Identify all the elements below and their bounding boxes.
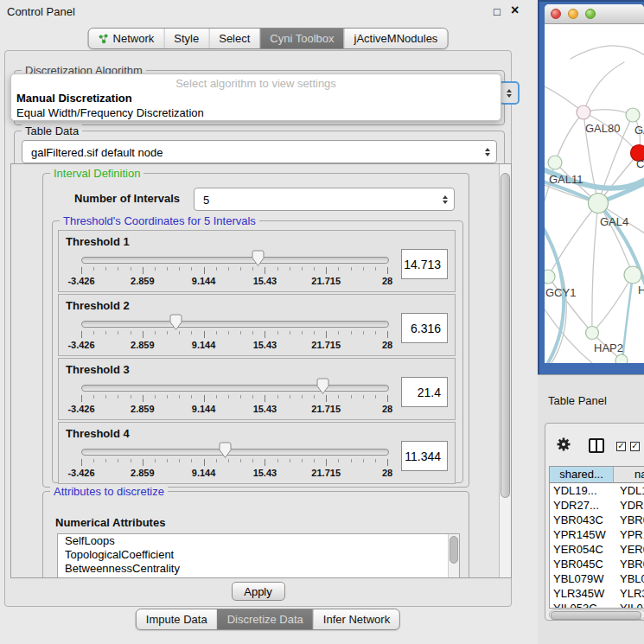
network-node-HAP2[interactable] — [586, 327, 599, 340]
slider-tick — [375, 267, 376, 271]
slider-tick — [167, 267, 168, 271]
table-row[interactable]: YIL053CYIL0 — [550, 601, 644, 609]
slider-tick — [387, 267, 388, 274]
slider-tick — [131, 331, 131, 335]
slider-track[interactable] — [81, 321, 389, 328]
algorithm-combobox-focused-fragment[interactable] — [499, 81, 520, 105]
table-row[interactable]: YBL079WYBL0 — [550, 571, 644, 586]
network-node-H[interactable] — [624, 266, 641, 284]
float-window-icon[interactable]: □ — [494, 5, 501, 18]
threshold-2-value-field[interactable]: 6.316 — [401, 313, 448, 343]
threshold-1-slider-handle[interactable] — [252, 250, 265, 267]
checkbox-icon[interactable]: ✓ — [630, 442, 640, 451]
slider-track[interactable] — [81, 449, 389, 456]
scrollbar-thumb[interactable] — [501, 173, 510, 498]
attribute-item[interactable]: TopologicalCoefficient — [58, 548, 459, 562]
tab-cyni-toolbox[interactable]: Cyni Toolbox — [259, 29, 343, 48]
number-of-intervals-combobox[interactable]: 5 — [194, 188, 455, 211]
algorithm-option[interactable]: Equal Width/Frequency Discretization — [16, 105, 204, 120]
mac-close-button[interactable] — [551, 9, 561, 19]
threshold-4-slider-handle[interactable] — [219, 442, 232, 459]
slider-tick — [363, 459, 364, 462]
network-window-titlebar[interactable] — [545, 4, 644, 24]
slider-tick — [314, 395, 315, 399]
network-node-GCY1[interactable] — [545, 270, 555, 284]
split-columns-icon[interactable] — [589, 438, 604, 453]
scrollbar-thumb[interactable] — [450, 536, 458, 564]
tab-select[interactable]: Select — [208, 29, 259, 48]
table-row[interactable]: YLR345WYLR3 — [550, 586, 644, 601]
close-icon[interactable]: × — [511, 3, 519, 18]
table-horizontal-scrollbar[interactable] — [549, 609, 644, 620]
slider-tick — [290, 395, 290, 399]
table-row[interactable]: YER054CYER0 — [550, 542, 644, 557]
network-node[interactable] — [615, 354, 628, 363]
control-panel-titlebar: Control Panel □ × — [0, 0, 536, 24]
mac-zoom-button[interactable] — [585, 9, 596, 19]
scrollbar-thumb[interactable] — [551, 611, 641, 620]
slider-tick — [143, 267, 143, 274]
slider-track[interactable] — [81, 385, 389, 392]
slider-tick — [155, 459, 156, 462]
threshold-4-value-field[interactable]: 11.344 — [401, 441, 448, 471]
slider-tick — [118, 395, 118, 399]
attribute-item[interactable]: SelfLoops — [58, 534, 459, 548]
slider-tick — [290, 267, 290, 271]
slider-tick — [216, 331, 217, 335]
slider-tick — [216, 459, 217, 462]
threshold-3-value-field[interactable]: 21.4 — [401, 377, 448, 407]
slider-tick — [314, 267, 315, 271]
network-node-GA[interactable] — [626, 108, 640, 122]
threshold-3-slider-handle[interactable] — [316, 378, 329, 395]
attribute-items: SelfLoopsTopologicalCoefficientBetweenne… — [58, 534, 459, 576]
network-edge — [571, 46, 644, 59]
control-panel: Control Panel □ × NetworkStyleSelectCyni… — [0, 0, 536, 644]
cell-shared-name: YLR345W — [550, 586, 614, 601]
interval-definition-group-label: Interval Definition — [50, 167, 143, 180]
attribute-item[interactable]: BetweennessCentrality — [58, 562, 459, 576]
slider-tick-label: 9.144 — [192, 404, 216, 414]
thresholds-group-label: Threshold's Coordinates for 5 Intervals — [60, 214, 259, 227]
table-row[interactable]: YBR043CYBR0 — [550, 513, 644, 527]
threshold-label: Threshold 3 — [66, 363, 130, 376]
threshold-1-value-field[interactable]: 14.713 — [401, 249, 448, 279]
table-row[interactable]: YDL19...YDL1 — [550, 483, 644, 498]
tab-jactivemnodules[interactable]: jActiveMNodules — [344, 29, 448, 48]
column-header-name[interactable]: na — [614, 467, 644, 483]
threshold-2-slider-handle[interactable] — [169, 314, 182, 331]
checkbox-icon[interactable]: ✓ — [616, 442, 626, 451]
network-node-GAL80[interactable] — [577, 105, 590, 119]
settings-scrollbar[interactable] — [499, 164, 511, 577]
tab-label: Infer Network — [323, 613, 390, 626]
table-row[interactable]: YPR145WYPR1 — [550, 527, 644, 542]
tab-network[interactable]: Network — [89, 29, 164, 48]
attribute-list-scrollbar[interactable] — [448, 534, 459, 577]
cell-shared-name: YIL053C — [550, 601, 614, 609]
network-node-label: GAL4 — [600, 215, 628, 228]
table-row[interactable]: YBR045CYBR0 — [550, 557, 644, 571]
tab-infer-network[interactable]: Infer Network — [313, 609, 399, 629]
threshold-4-panel: Threshold 4-3.4262.8599.14415.4321.71528… — [58, 422, 456, 484]
column-header-shared-name[interactable]: shared... — [550, 467, 614, 483]
tab-impute-data[interactable]: Impute Data — [137, 609, 217, 629]
cell-name: YDL1 — [614, 483, 644, 498]
slider-tick — [105, 331, 106, 335]
apply-button[interactable]: Apply — [232, 582, 285, 601]
cyni-toolbox-panel: Discretization Algorithm Select algorith… — [4, 50, 512, 607]
table-data-combobox[interactable]: galFiltered.sif default node — [22, 140, 497, 163]
tab-discretize-data[interactable]: Discretize Data — [217, 609, 313, 629]
mac-minimize-button[interactable] — [568, 9, 578, 19]
slider-track[interactable] — [81, 257, 389, 264]
algorithm-dropdown-popup: Select algorithm to view settings Manual… — [10, 73, 501, 121]
table-row[interactable]: YDR27...YDR2 — [550, 498, 644, 513]
slider-tick — [240, 267, 241, 271]
network-node-GAL11[interactable] — [548, 156, 562, 169]
network-canvas[interactable]: GAL80GACGAL11GAL4GCY1HHAP2 — [545, 24, 644, 363]
slider-tick — [155, 267, 156, 271]
slider-tick — [277, 331, 278, 335]
tab-style[interactable]: Style — [163, 29, 208, 48]
network-node-GAL4[interactable] — [589, 194, 609, 214]
slider-tick — [314, 459, 315, 462]
algorithm-option[interactable]: Manual Discretization — [16, 91, 132, 105]
gear-icon[interactable] — [556, 437, 571, 452]
